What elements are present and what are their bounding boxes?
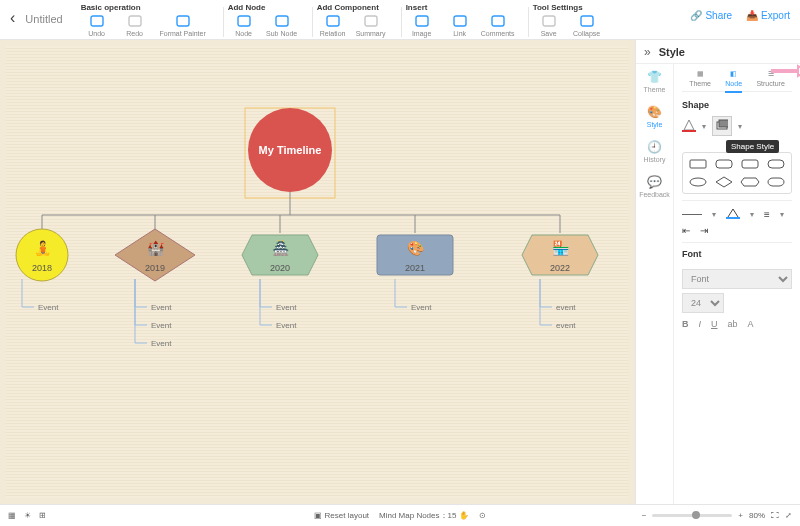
font-section-label: Font	[682, 249, 792, 259]
shape-hexagon[interactable]	[739, 175, 761, 189]
locate-icon[interactable]: ⊙	[479, 511, 486, 520]
year-label: 2019	[145, 263, 165, 273]
event-node[interactable]: Event	[151, 339, 172, 348]
share-icon: 🔗	[690, 10, 702, 21]
svg-rect-41	[719, 120, 728, 127]
image-icon	[414, 14, 430, 28]
share-button[interactable]: 🔗Share	[690, 10, 732, 21]
event-node[interactable]: event	[556, 303, 576, 312]
node-count: Mind Map Nodes：15 ✋	[379, 510, 469, 521]
view-grid-icon[interactable]: ⊞	[39, 511, 46, 520]
fill-color-picker[interactable]	[682, 118, 696, 134]
fullscreen-icon[interactable]: ⛶	[771, 511, 779, 520]
node-emoji-icon: 🏪	[552, 240, 570, 257]
shape-style-picker[interactable]	[712, 116, 732, 136]
view-sun-icon[interactable]: ☀	[24, 511, 31, 520]
svg-rect-44	[742, 160, 758, 168]
border-color[interactable]	[726, 207, 740, 221]
root-label: My Timeline	[259, 144, 322, 156]
toolbar-sub-node[interactable]: Sub Node	[266, 14, 298, 37]
toolbar-label: Relation	[320, 30, 346, 37]
shape-picker-grid	[682, 152, 792, 194]
toolbar-link[interactable]: Link	[444, 14, 476, 37]
shape-capsule[interactable]	[765, 157, 787, 171]
border-width[interactable]: ≡	[764, 209, 770, 220]
status-bar: ▦ ☀ ⊞ ▣ Reset layout Mind Map Nodes：15 ✋…	[0, 504, 800, 526]
font-size-select[interactable]: 24	[682, 293, 724, 313]
toolbar-image[interactable]: Image	[406, 14, 438, 37]
node-emoji-icon: 🧘	[34, 240, 52, 257]
svg-rect-9	[492, 16, 504, 26]
history-icon: 🕘	[647, 140, 662, 154]
export-button[interactable]: 📥Export	[746, 10, 790, 21]
toolbar-undo[interactable]: Undo	[81, 14, 113, 37]
toolbar-group-label: Insert	[406, 3, 514, 14]
event-node[interactable]: Event	[276, 321, 297, 330]
panel-tab-theme[interactable]: ▦Theme	[689, 70, 711, 87]
toolbar-group: Add ComponentRelationSummary	[317, 3, 387, 37]
view-list-icon[interactable]: ▦	[8, 511, 16, 520]
canvas[interactable]: My Timeline🧘2018Event🏰2019EventEventEven…	[0, 40, 635, 504]
topbar: ‹ Untitled Basic operationUndoRedoFormat…	[0, 0, 800, 40]
collapse-panel-button[interactable]: »	[644, 45, 651, 59]
svg-rect-43	[716, 160, 732, 168]
zoom-out[interactable]: −	[642, 511, 647, 520]
zoom-slider[interactable]	[652, 514, 732, 517]
strike-button[interactable]: ab	[728, 319, 738, 329]
shape-stadium[interactable]	[765, 175, 787, 189]
doc-title[interactable]: Untitled	[21, 3, 80, 25]
toolbar-label: Sub Node	[266, 30, 297, 37]
toolbar-group: Tool SettingsSaveCollapse	[533, 3, 603, 37]
toolbar-node[interactable]: Node	[228, 14, 260, 37]
shape-roundrect[interactable]	[713, 157, 735, 171]
toolbar-label: Summary	[356, 30, 386, 37]
toolbar-collapse[interactable]: Collapse	[571, 14, 603, 37]
toolbar-label: Undo	[88, 30, 105, 37]
font-color-button[interactable]: A	[748, 319, 754, 329]
toolbar-comments[interactable]: Comments	[482, 14, 514, 37]
bold-button[interactable]: B	[682, 319, 689, 329]
side-tab-theme[interactable]: 👕Theme	[644, 70, 666, 93]
expand-icon[interactable]: ⤢	[785, 511, 792, 520]
toolbar-relation[interactable]: Relation	[317, 14, 349, 37]
side-tab-history[interactable]: 🕘History	[644, 140, 666, 163]
italic-button[interactable]: I	[699, 319, 702, 329]
toolbar-format-painter[interactable]: Format Painter	[157, 14, 209, 37]
shape-diamond[interactable]	[713, 175, 735, 189]
event-node[interactable]: event	[556, 321, 576, 330]
panel-tab-node[interactable]: ◧Node	[725, 70, 742, 93]
branch-left[interactable]: ⇤	[682, 225, 690, 236]
svg-rect-0	[91, 16, 103, 26]
underline-button[interactable]: U	[711, 319, 718, 329]
shape-style-tooltip: Shape Style	[726, 140, 779, 153]
panel-title: Style	[659, 46, 685, 58]
toolbar-label: Image	[412, 30, 431, 37]
event-node[interactable]: Event	[151, 303, 172, 312]
event-node[interactable]: Event	[38, 303, 59, 312]
sub-node-icon	[274, 14, 290, 28]
event-node[interactable]: Event	[151, 321, 172, 330]
event-node[interactable]: Event	[411, 303, 432, 312]
toolbar-redo: Redo	[119, 14, 151, 37]
side-tab-feedback[interactable]: 💬Feedback	[639, 175, 670, 198]
reset-layout-button[interactable]: ▣ Reset layout	[314, 511, 369, 520]
branch-row: ⇤ ⇥	[682, 225, 792, 236]
node-emoji-icon: 🏰	[147, 240, 165, 257]
side-tab-style[interactable]: 🎨Style	[647, 105, 663, 128]
year-label: 2021	[405, 263, 425, 273]
font-family-select[interactable]: Font	[682, 269, 792, 289]
svg-rect-8	[454, 16, 466, 26]
event-node[interactable]: Event	[276, 303, 297, 312]
shape-ellipse[interactable]	[687, 175, 709, 189]
shape-rect[interactable]	[687, 157, 709, 171]
border-style[interactable]	[682, 214, 702, 215]
branch-right[interactable]: ⇥	[700, 225, 708, 236]
svg-rect-6	[365, 16, 377, 26]
toolbar-label: Redo	[126, 30, 143, 37]
svg-marker-47	[716, 177, 732, 187]
back-button[interactable]: ‹	[10, 3, 21, 27]
shape-roundrect2[interactable]	[739, 157, 761, 171]
zoom-in[interactable]: +	[738, 511, 743, 520]
toolbar-group: Basic operationUndoRedoFormat Painter	[81, 3, 209, 37]
toolbar-label: Collapse	[573, 30, 600, 37]
